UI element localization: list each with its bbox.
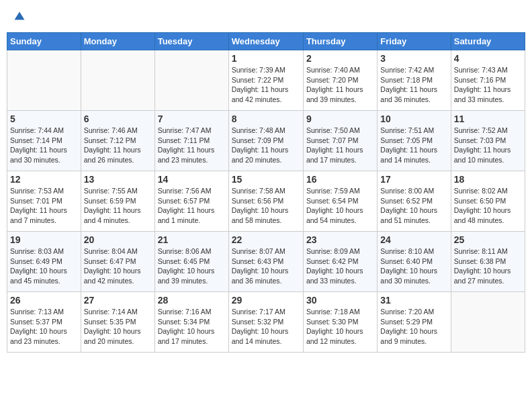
calendar-cell: 6Sunrise: 7:46 AMSunset: 7:12 PMDaylight…	[81, 111, 154, 171]
day-info: Sunset: 6:45 PM	[158, 257, 226, 267]
day-info: Sunrise: 8:02 AM	[454, 186, 522, 196]
calendar-cell: 1Sunrise: 7:39 AMSunset: 7:22 PMDaylight…	[228, 50, 303, 111]
day-info: Sunrise: 8:07 AM	[232, 246, 300, 257]
day-info: Sunrise: 7:20 AM	[380, 307, 447, 317]
day-info: Daylight: 10 hours and 9 minutes.	[380, 326, 447, 346]
page-header	[7, 7, 525, 27]
day-info: Sunrise: 7:55 AM	[84, 186, 152, 196]
day-number: 11	[454, 113, 522, 124]
day-number: 14	[158, 174, 226, 185]
day-number: 9	[306, 113, 374, 124]
day-info: Daylight: 10 hours and 14 minutes.	[232, 326, 300, 346]
day-number: 17	[380, 174, 447, 185]
day-info: Sunset: 6:56 PM	[232, 196, 300, 206]
day-info: Sunrise: 7:42 AM	[380, 65, 447, 75]
day-number: 3	[380, 53, 447, 64]
day-info: Sunrise: 7:56 AM	[158, 186, 226, 196]
day-info: Daylight: 10 hours and 42 minutes.	[84, 266, 152, 285]
calendar-cell: 21Sunrise: 8:06 AMSunset: 6:45 PMDayligh…	[154, 232, 228, 292]
day-info: Sunset: 7:16 PM	[454, 75, 522, 85]
day-number: 29	[232, 295, 300, 306]
day-info: Daylight: 10 hours and 30 minutes.	[380, 266, 447, 285]
day-info: Daylight: 11 hours and 30 minutes.	[10, 145, 78, 165]
day-number: 22	[232, 234, 300, 245]
day-info: Sunset: 6:59 PM	[84, 196, 152, 206]
weekday-header-friday: Friday	[378, 33, 451, 50]
weekday-header-saturday: Saturday	[451, 33, 525, 50]
calendar-cell: 30Sunrise: 7:18 AMSunset: 5:30 PMDayligh…	[303, 292, 377, 353]
day-info: Daylight: 11 hours and 39 minutes.	[306, 85, 374, 104]
day-info: Daylight: 11 hours and 14 minutes.	[380, 145, 447, 165]
calendar-cell: 8Sunrise: 7:48 AMSunset: 7:09 PMDaylight…	[228, 111, 303, 171]
calendar-cell: 2Sunrise: 7:40 AMSunset: 7:20 PMDaylight…	[303, 50, 377, 111]
day-info: Daylight: 11 hours and 17 minutes.	[306, 145, 374, 165]
day-info: Sunrise: 7:16 AM	[158, 307, 226, 317]
day-info: Sunrise: 7:46 AM	[84, 126, 152, 136]
day-number: 7	[158, 113, 226, 124]
day-info: Daylight: 10 hours and 36 minutes.	[232, 266, 300, 285]
day-info: Daylight: 11 hours and 42 minutes.	[232, 85, 300, 104]
day-info: Sunrise: 8:06 AM	[158, 246, 226, 257]
calendar-week-5: 26Sunrise: 7:13 AMSunset: 5:37 PMDayligh…	[7, 292, 525, 353]
day-info: Sunrise: 7:17 AM	[232, 307, 300, 317]
day-info: Sunrise: 7:14 AM	[84, 307, 152, 317]
weekday-header-sunday: Sunday	[7, 33, 81, 50]
day-number: 27	[84, 295, 152, 306]
day-info: Sunset: 5:29 PM	[380, 317, 447, 327]
day-info: Sunrise: 8:09 AM	[306, 246, 374, 257]
calendar-week-4: 19Sunrise: 8:03 AMSunset: 6:49 PMDayligh…	[7, 232, 525, 292]
day-info: Daylight: 10 hours and 17 minutes.	[158, 326, 226, 346]
day-info: Sunset: 5:34 PM	[158, 317, 226, 327]
day-info: Sunset: 5:37 PM	[10, 317, 78, 327]
day-info: Sunrise: 7:48 AM	[232, 126, 300, 136]
day-info: Daylight: 10 hours and 54 minutes.	[306, 205, 374, 225]
calendar-cell: 4Sunrise: 7:43 AMSunset: 7:16 PMDaylight…	[451, 50, 525, 111]
day-info: Sunset: 6:47 PM	[84, 257, 152, 267]
day-info: Daylight: 10 hours and 58 minutes.	[232, 205, 300, 225]
day-info: Daylight: 10 hours and 51 minutes.	[380, 205, 447, 225]
calendar-table: SundayMondayTuesdayWednesdayThursdayFrid…	[7, 32, 525, 353]
calendar-cell: 7Sunrise: 7:47 AMSunset: 7:11 PMDaylight…	[154, 111, 228, 171]
day-info: Sunset: 6:54 PM	[306, 196, 374, 206]
day-info: Daylight: 10 hours and 23 minutes.	[10, 326, 78, 346]
day-info: Sunrise: 8:03 AM	[10, 246, 78, 257]
day-info: Sunset: 5:35 PM	[84, 317, 152, 327]
day-info: Sunset: 7:20 PM	[306, 75, 374, 85]
day-info: Sunset: 6:38 PM	[454, 257, 522, 267]
day-info: Sunset: 6:57 PM	[158, 196, 226, 206]
day-info: Sunset: 7:22 PM	[232, 75, 300, 85]
day-info: Sunrise: 7:51 AM	[380, 126, 447, 136]
day-info: Sunrise: 7:52 AM	[454, 126, 522, 136]
day-info: Daylight: 10 hours and 12 minutes.	[306, 326, 374, 346]
calendar-cell: 19Sunrise: 8:03 AMSunset: 6:49 PMDayligh…	[7, 232, 81, 292]
day-info: Sunset: 6:42 PM	[306, 257, 374, 267]
day-info: Sunset: 6:40 PM	[380, 257, 447, 267]
day-info: Sunrise: 7:39 AM	[232, 65, 300, 75]
calendar-cell	[451, 292, 525, 353]
day-info: Sunrise: 7:50 AM	[306, 126, 374, 136]
day-info: Sunrise: 7:13 AM	[10, 307, 78, 317]
day-info: Daylight: 10 hours and 39 minutes.	[158, 266, 226, 285]
day-info: Sunset: 6:50 PM	[454, 196, 522, 206]
day-number: 19	[10, 234, 78, 245]
day-info: Daylight: 10 hours and 45 minutes.	[10, 266, 78, 285]
day-number: 2	[306, 53, 374, 64]
calendar-cell	[7, 50, 81, 111]
day-info: Sunset: 7:01 PM	[10, 196, 78, 206]
day-info: Daylight: 11 hours and 10 minutes.	[454, 145, 522, 165]
day-info: Sunrise: 7:59 AM	[306, 186, 374, 196]
calendar-cell: 28Sunrise: 7:16 AMSunset: 5:34 PMDayligh…	[154, 292, 228, 353]
calendar-cell: 3Sunrise: 7:42 AMSunset: 7:18 PMDaylight…	[378, 50, 451, 111]
calendar-cell: 10Sunrise: 7:51 AMSunset: 7:05 PMDayligh…	[378, 111, 451, 171]
day-info: Sunrise: 7:40 AM	[306, 65, 374, 75]
calendar-cell: 9Sunrise: 7:50 AMSunset: 7:07 PMDaylight…	[303, 111, 377, 171]
day-number: 24	[380, 234, 447, 245]
day-info: Daylight: 11 hours and 7 minutes.	[10, 205, 78, 225]
day-number: 16	[306, 174, 374, 185]
day-number: 21	[158, 234, 226, 245]
calendar-cell	[81, 50, 154, 111]
day-number: 18	[454, 174, 522, 185]
day-number: 5	[10, 113, 78, 124]
calendar-cell: 31Sunrise: 7:20 AMSunset: 5:29 PMDayligh…	[378, 292, 451, 353]
calendar-cell: 16Sunrise: 7:59 AMSunset: 6:54 PMDayligh…	[303, 171, 377, 232]
